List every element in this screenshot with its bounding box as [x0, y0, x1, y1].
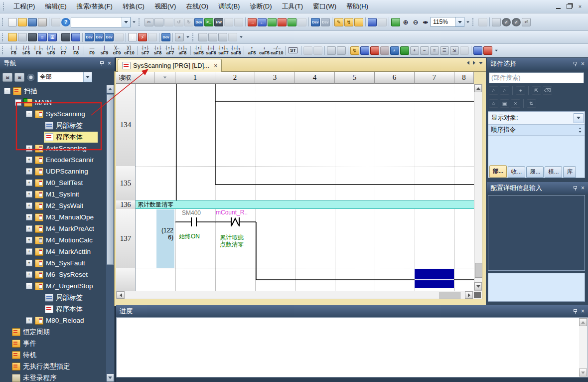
scrollbar-thumb[interactable] — [475, 263, 482, 278]
monitor-write-icon[interactable] — [370, 46, 379, 55]
device-display-off-icon[interactable]: Dev — [321, 18, 330, 26]
device-jump-icon[interactable] — [400, 46, 409, 55]
delete-vertical-line-button[interactable]: ╳│cF10 — [123, 44, 136, 56]
tree-item-m4-markpreact[interactable]: +M4_MarkPreAct — [0, 223, 106, 234]
sync-icon[interactable] — [224, 18, 233, 26]
expand-icon[interactable]: + — [26, 157, 32, 163]
device-comment-icon[interactable]: Dev — [194, 18, 203, 26]
find-icon[interactable] — [61, 33, 70, 41]
sync2-icon[interactable] — [234, 18, 243, 26]
closed-contact-button[interactable]: ┤/├sF5 — [20, 44, 32, 56]
scroll-up-icon[interactable] — [474, 84, 482, 92]
combo-dropdown-icon[interactable] — [455, 17, 464, 26]
toolbar-overflow-icon[interactable] — [466, 21, 470, 23]
tree-item-m4-markactting[interactable]: +M4_MarkActtin — [0, 246, 106, 257]
open-contact-button[interactable]: ┤ ├F5 — [7, 44, 20, 56]
tree-item-m7-urgentstop[interactable]: −M7_UrgentStop — [0, 280, 106, 292]
place-element-icon[interactable]: ⇱ — [532, 86, 541, 95]
progress-scrollbar[interactable] — [579, 318, 587, 377]
tab-close-icon[interactable]: × — [214, 62, 217, 69]
scrollbar-thumb[interactable] — [440, 292, 460, 299]
tree-item-encoderscanning[interactable]: +EncoderScannir — [0, 154, 106, 166]
label-editor-icon[interactable]: I — [128, 33, 137, 41]
tab-scroll-left-icon[interactable] — [467, 61, 469, 65]
expand-icon[interactable]: + — [26, 202, 32, 209]
tree-item-standby[interactable]: 待机 — [0, 349, 106, 361]
tree-filter-combo[interactable]: 全部 — [37, 72, 92, 82]
invert-result-button[interactable]: ─/─caF10 — [271, 44, 284, 56]
pulse-ne-contact2-button[interactable]: ┤↓┤saF6 — [205, 44, 217, 56]
scrollbar-thumb[interactable] — [107, 94, 114, 265]
window-cascade-icon[interactable] — [198, 33, 207, 41]
device-batch-icon[interactable]: Dev — [95, 33, 104, 41]
toolbar-grip[interactable] — [472, 18, 476, 26]
sort-icon[interactable]: ⇅ — [527, 99, 536, 108]
closed-branch-button[interactable]: ┤/├┐sF6 — [45, 44, 57, 56]
module-configuration-icon[interactable] — [28, 33, 37, 41]
expand-icon[interactable]: + — [26, 180, 32, 186]
tree-item-local-label[interactable]: 局部标签 — [0, 120, 106, 131]
combo-dropdown-icon[interactable] — [122, 17, 130, 27]
tree-item-m3-manualope[interactable]: +M3_ManualOpe — [0, 211, 106, 223]
collapse-icon[interactable]: − — [26, 283, 32, 289]
expand-icon[interactable]: + — [26, 271, 32, 278]
window-arrange-icon[interactable] — [218, 33, 227, 41]
indent-minus-icon[interactable]: − — [420, 46, 429, 55]
window-monitor-icon[interactable] — [368, 18, 377, 26]
delete-horizontal-line-button[interactable]: ╳─cF9 — [111, 44, 123, 56]
scroll-up-icon[interactable] — [107, 85, 114, 93]
detail-preview-area[interactable] — [488, 273, 585, 302]
toolbar-grip[interactable] — [3, 2, 6, 10]
editor-horizontal-scrollbar[interactable] — [116, 291, 482, 299]
pause-icon[interactable] — [492, 18, 501, 26]
tree-item-udpscanning[interactable]: +UDPScanning — [0, 166, 106, 177]
close-panel-icon[interactable]: × — [581, 308, 585, 314]
monitor-read-icon[interactable] — [380, 46, 389, 55]
tab-scroll-right-icon[interactable] — [473, 61, 475, 65]
category-spinner[interactable] — [576, 126, 584, 135]
collapse-all-icon[interactable]: ⊟ — [2, 73, 12, 82]
result-list-icon[interactable]: ⊞ — [516, 86, 525, 95]
delete-row-icon[interactable] — [337, 46, 346, 55]
tree-item-unregistered-program[interactable]: 未登录程序 — [0, 372, 106, 382]
vertical-line-button[interactable]: │sF9 — [98, 44, 111, 56]
tree-item-m4-motioncalc[interactable]: +M4_MotionCalc — [0, 234, 106, 246]
menu-project[interactable]: 工程(P) — [8, 0, 40, 13]
toolbar-overflow-icon[interactable] — [132, 21, 136, 23]
tree-item-program-body[interactable]: 程序本体 — [0, 131, 106, 143]
monitor-mode-icon[interactable]: >_ — [204, 18, 213, 26]
ip-filter-icon[interactable] — [478, 18, 487, 26]
zoom-fit-icon[interactable]: ⇹ — [421, 18, 430, 26]
pou-navigation-icon[interactable] — [473, 46, 482, 55]
menu-window[interactable]: 窗口(W) — [308, 0, 341, 13]
detail-input-area[interactable] — [488, 195, 585, 271]
tab-favorites[interactable]: 收... — [508, 166, 525, 178]
io-assign-icon[interactable] — [148, 33, 157, 41]
edit-comment-icon[interactable] — [303, 46, 312, 55]
toolbar-overflow-icon[interactable] — [186, 36, 190, 38]
menu-debug[interactable]: 调试(B) — [213, 0, 245, 13]
category-row-sequence-instruction[interactable]: 顺序指令 — [488, 125, 585, 136]
menu-help[interactable]: 帮助(H) — [341, 0, 373, 13]
expand-icon[interactable]: + — [26, 214, 32, 220]
falling-conversion-button[interactable]: ↓caF5 — [258, 44, 271, 56]
tab-library[interactable]: 库 — [563, 166, 576, 178]
list-view-icon[interactable]: ☰ — [440, 46, 449, 55]
menu-edit[interactable]: 编辑(E) — [40, 0, 71, 13]
tree-item-program-body-m7[interactable]: 程序本体 — [0, 303, 106, 315]
scroll-left-icon[interactable] — [117, 291, 125, 299]
zoom-level-combo[interactable]: 115% — [431, 17, 464, 27]
editor-vertical-scrollbar[interactable] — [474, 84, 482, 291]
expand-icon[interactable]: + — [26, 260, 32, 266]
pin-icon[interactable] — [574, 62, 577, 66]
paste-icon[interactable] — [164, 18, 173, 26]
tree-item-axisscanning[interactable]: +AxisScanning — [0, 143, 106, 154]
falling-pulse-button[interactable]: ┤↓├sF8 — [151, 44, 164, 56]
io-check-icon[interactable]: ⚡ — [138, 33, 147, 41]
close-panel-icon[interactable]: × — [108, 60, 111, 66]
tree-item-scan[interactable]: −扫描 — [0, 85, 106, 97]
new-project-icon[interactable] — [8, 18, 17, 26]
scroll-right-icon[interactable] — [465, 291, 473, 299]
tab-list-icon[interactable] — [479, 62, 483, 64]
read-from-plc-icon[interactable]: ← — [258, 18, 267, 26]
